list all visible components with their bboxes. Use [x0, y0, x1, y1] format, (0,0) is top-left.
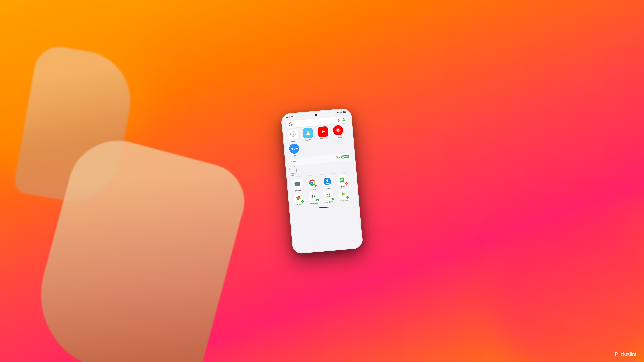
svg-point-28: [337, 156, 339, 158]
svg-point-57: [331, 198, 334, 200]
svg-rect-3: [342, 111, 342, 113]
app-chrome[interactable]: Chrome: [305, 177, 319, 191]
battery-icon: [343, 111, 347, 113]
svg-point-59: [346, 196, 349, 199]
app-pixelbuds[interactable]: Pixel Buds: [307, 191, 321, 205]
youtube-label: YouTube: [320, 137, 327, 140]
svg-point-47: [301, 200, 304, 203]
watermark-text-red: o: [618, 352, 621, 357]
weather-label: Weather: [305, 139, 312, 141]
signal-icon: [340, 111, 342, 114]
chrome-label: Chrome: [310, 188, 316, 191]
svg-rect-11: [292, 131, 294, 132]
zoom-icon: zoom: [289, 143, 300, 154]
svg-rect-29: [342, 157, 344, 158]
svg-point-27: [337, 157, 338, 158]
app-playstore[interactable]: Play Store: [337, 189, 351, 202]
watermark-text-rest: cketlint: [621, 352, 636, 357]
svg-rect-34: [298, 182, 299, 182]
contacts-label: Contacts: [325, 187, 331, 189]
phone-screen: 11:05 5G: [281, 109, 362, 253]
svg-point-10: [343, 119, 344, 120]
app-files[interactable]: ! Files: [335, 174, 349, 188]
home-indicator[interactable]: [319, 207, 329, 208]
settings-small-icon[interactable]: [336, 155, 340, 159]
google-logo: [288, 122, 293, 126]
lock-label: Lock: [344, 156, 348, 157]
chrome-badge: [315, 184, 318, 188]
svg-rect-6: [346, 112, 347, 112]
playstore-badge: [346, 196, 349, 199]
plus-symbol: +: [292, 168, 294, 172]
files-badge: !: [345, 182, 348, 185]
svg-point-38: [315, 185, 318, 187]
private-label: Private: [291, 160, 296, 162]
watch-icon: [288, 129, 298, 140]
app-contacts[interactable]: Contacts: [320, 176, 335, 190]
pixelstudio-label: Pixel Studio: [325, 201, 334, 204]
svg-text:!: !: [346, 183, 347, 184]
app-pixelstudio[interactable]: Pixel Studio: [321, 190, 336, 204]
phone-device: 11:05 5G: [281, 108, 363, 254]
pixelbuds-icon: [308, 191, 319, 202]
network-indicator: 5G: [291, 116, 294, 118]
contacts-icon: [322, 176, 333, 187]
pixelstudio-badge: [331, 197, 334, 200]
app-camera[interactable]: Camera: [290, 178, 304, 192]
microphone-icon[interactable]: [337, 118, 340, 122]
app-zoom[interactable]: zoom Zoom: [287, 143, 301, 157]
svg-rect-2: [341, 112, 342, 113]
photos-label: Photos: [296, 204, 302, 206]
svg-rect-12: [292, 136, 294, 137]
lock-icon: [342, 156, 344, 158]
lens-icon[interactable]: [342, 118, 345, 122]
camera-icon: [292, 178, 303, 189]
app-ytmusic[interactable]: YT Music: [331, 125, 345, 139]
pixelstudio-icon: [323, 190, 334, 201]
search-action-icons: [337, 118, 345, 122]
svg-rect-5: [343, 112, 346, 113]
app-weather[interactable]: Weather: [301, 127, 315, 141]
zoom-label: Zoom: [293, 154, 297, 156]
camera-label: Camera: [295, 189, 301, 192]
ytmusic-icon: [333, 125, 343, 136]
app-photos[interactable]: Photos: [292, 193, 306, 206]
app-youtube[interactable]: YouTube: [316, 126, 330, 140]
files-icon: !: [337, 174, 348, 185]
pixelbuds-badge: [316, 199, 319, 202]
pixelbuds-label: Pixel Buds: [310, 202, 318, 205]
svg-point-51: [316, 199, 319, 202]
chrome-app-icon: [307, 177, 318, 188]
svg-rect-7: [338, 119, 339, 120]
playstore-label: Play Store: [340, 200, 348, 202]
status-right: [336, 111, 347, 114]
playstore-icon: [338, 189, 349, 199]
ytmusic-label: YT Music: [335, 136, 342, 138]
watermark-text-white: P: [615, 352, 618, 357]
lock-button[interactable]: Lock: [340, 155, 349, 159]
svg-point-9: [342, 118, 345, 121]
dock-area: Camera: [287, 173, 359, 209]
pocketlint-watermark: Pocketlint: [615, 352, 636, 357]
wifi-icon: [336, 112, 339, 114]
app-watch[interactable]: Watch: [286, 129, 300, 143]
time-display: 11:05: [286, 116, 290, 118]
svg-rect-1: [340, 112, 341, 113]
svg-rect-41: [340, 177, 344, 182]
phone-wrapper: 11:05 5G: [281, 108, 363, 254]
youtube-icon: [317, 126, 328, 137]
photos-badge: [301, 200, 304, 203]
install-label: Install: [290, 174, 294, 176]
install-plus-button[interactable]: +: [289, 166, 297, 174]
watch-label: Watch: [291, 140, 296, 142]
svg-rect-0: [340, 113, 340, 114]
weather-icon: [302, 127, 313, 138]
files-label: Files: [341, 186, 345, 188]
photos-icon: [293, 193, 304, 203]
status-left: 11:05 5G: [286, 116, 293, 118]
app-section-main: Watch: [283, 124, 354, 157]
